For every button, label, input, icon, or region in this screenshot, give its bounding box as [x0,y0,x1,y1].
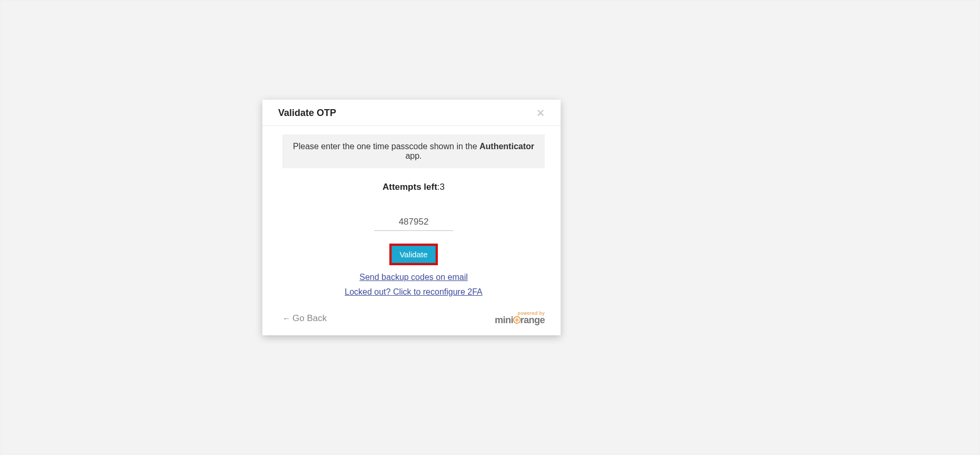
otp-input[interactable] [374,215,453,231]
backup-link-row: Send backup codes on email [282,273,545,282]
send-backup-codes-link[interactable]: Send backup codes on email [359,273,467,282]
orange-o-icon: ⦾ [513,315,521,326]
modal-header: Validate OTP ✕ [262,100,561,126]
attempts-left: Attempts left:3 [282,182,545,192]
brand-range: range [520,315,545,325]
go-back-label: Go Back [292,313,327,324]
powered-by-logo: powered by mini⦾range [495,311,545,326]
instruction-text: Please enter the one time passcode shown… [282,134,545,168]
miniorange-brand: mini⦾range [495,315,545,326]
go-back-button[interactable]: ← Go Back [282,313,327,324]
modal-footer: ← Go Back powered by mini⦾range [262,307,561,335]
close-icon[interactable]: ✕ [536,107,545,119]
validate-container: Validate [282,244,545,265]
brand-mini: mini [495,315,513,325]
attempts-label: Attempts left [383,182,437,192]
instruction-suffix: app. [405,151,422,160]
modal-body: Please enter the one time passcode shown… [262,126,561,307]
instruction-bold: Authenticator [479,142,534,151]
arrow-left-icon: ← [282,314,290,323]
otp-input-container [282,215,545,231]
attempts-value: :3 [437,182,445,192]
validate-otp-modal: Validate OTP ✕ Please enter the one time… [262,100,561,335]
modal-title: Validate OTP [278,108,336,119]
locked-link-row: Locked out? Click to reconfigure 2FA [282,287,545,297]
validate-button[interactable]: Validate [391,246,435,263]
instruction-prefix: Please enter the one time passcode shown… [293,142,479,151]
validate-highlight: Validate [389,244,437,265]
reconfigure-2fa-link[interactable]: Locked out? Click to reconfigure 2FA [345,287,482,296]
